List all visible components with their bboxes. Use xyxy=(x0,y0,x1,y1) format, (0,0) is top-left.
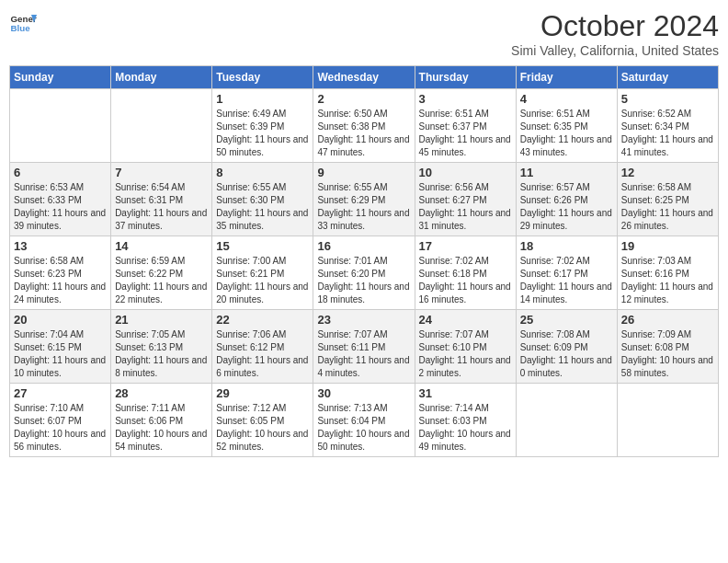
day-cell: 7Sunrise: 6:54 AM Sunset: 6:31 PM Daylig… xyxy=(111,163,212,236)
col-header-tuesday: Tuesday xyxy=(212,66,313,89)
day-cell: 9Sunrise: 6:55 AM Sunset: 6:29 PM Daylig… xyxy=(313,163,415,236)
day-info: Sunrise: 7:05 AM Sunset: 6:13 PM Dayligh… xyxy=(115,328,208,380)
day-number: 21 xyxy=(115,313,208,327)
day-number: 26 xyxy=(621,313,714,327)
day-cell: 18Sunrise: 7:02 AM Sunset: 6:17 PM Dayli… xyxy=(516,236,617,310)
day-cell: 13Sunrise: 6:58 AM Sunset: 6:23 PM Dayli… xyxy=(10,236,111,310)
day-info: Sunrise: 7:09 AM Sunset: 6:08 PM Dayligh… xyxy=(621,328,714,380)
day-info: Sunrise: 7:03 AM Sunset: 6:16 PM Dayligh… xyxy=(621,255,714,306)
week-row-5: 27Sunrise: 7:10 AM Sunset: 6:07 PM Dayli… xyxy=(10,384,719,457)
col-header-friday: Friday xyxy=(516,66,617,89)
col-header-wednesday: Wednesday xyxy=(313,66,415,89)
day-info: Sunrise: 7:01 AM Sunset: 6:20 PM Dayligh… xyxy=(317,255,410,306)
day-info: Sunrise: 7:04 AM Sunset: 6:15 PM Dayligh… xyxy=(14,328,107,380)
day-number: 3 xyxy=(419,92,512,106)
title-block: October 2024 Simi Valley, California, Un… xyxy=(511,9,719,58)
day-info: Sunrise: 6:53 AM Sunset: 6:33 PM Dayligh… xyxy=(14,181,107,233)
day-cell: 17Sunrise: 7:02 AM Sunset: 6:18 PM Dayli… xyxy=(415,236,516,310)
day-info: Sunrise: 6:57 AM Sunset: 6:26 PM Dayligh… xyxy=(520,181,613,233)
col-header-monday: Monday xyxy=(111,66,212,89)
day-number: 13 xyxy=(14,239,107,253)
day-number: 5 xyxy=(621,92,714,106)
day-info: Sunrise: 7:02 AM Sunset: 6:18 PM Dayligh… xyxy=(419,255,512,306)
calendar-table: SundayMondayTuesdayWednesdayThursdayFrid… xyxy=(9,65,719,457)
day-info: Sunrise: 6:59 AM Sunset: 6:22 PM Dayligh… xyxy=(115,255,208,306)
day-cell: 24Sunrise: 7:07 AM Sunset: 6:10 PM Dayli… xyxy=(415,310,516,384)
week-row-1: 1Sunrise: 6:49 AM Sunset: 6:39 PM Daylig… xyxy=(10,89,719,163)
day-cell: 31Sunrise: 7:14 AM Sunset: 6:03 PM Dayli… xyxy=(415,384,516,457)
day-number: 31 xyxy=(419,386,512,400)
day-cell: 12Sunrise: 6:58 AM Sunset: 6:25 PM Dayli… xyxy=(617,163,718,236)
day-number: 12 xyxy=(621,166,714,179)
day-cell: 23Sunrise: 7:07 AM Sunset: 6:11 PM Dayli… xyxy=(313,310,415,384)
day-cell: 25Sunrise: 7:08 AM Sunset: 6:09 PM Dayli… xyxy=(516,310,617,384)
day-info: Sunrise: 6:52 AM Sunset: 6:34 PM Dayligh… xyxy=(621,108,714,159)
day-number: 22 xyxy=(216,313,309,327)
day-number: 9 xyxy=(317,166,410,179)
day-cell: 19Sunrise: 7:03 AM Sunset: 6:16 PM Dayli… xyxy=(617,236,718,310)
logo: General Blue xyxy=(9,9,37,37)
day-info: Sunrise: 6:56 AM Sunset: 6:27 PM Dayligh… xyxy=(419,181,512,233)
day-number: 29 xyxy=(216,386,309,400)
page-header: General Blue October 2024 Simi Valley, C… xyxy=(9,9,719,58)
day-cell: 5Sunrise: 6:52 AM Sunset: 6:34 PM Daylig… xyxy=(617,89,718,163)
day-number: 15 xyxy=(216,239,309,253)
day-info: Sunrise: 7:14 AM Sunset: 6:03 PM Dayligh… xyxy=(419,402,512,454)
day-number: 1 xyxy=(216,92,309,106)
logo-icon: General Blue xyxy=(9,9,37,37)
location: Simi Valley, California, United States xyxy=(511,43,719,58)
day-cell: 21Sunrise: 7:05 AM Sunset: 6:13 PM Dayli… xyxy=(111,310,212,384)
day-info: Sunrise: 7:12 AM Sunset: 6:05 PM Dayligh… xyxy=(216,402,309,454)
col-header-saturday: Saturday xyxy=(617,66,718,89)
day-cell: 14Sunrise: 6:59 AM Sunset: 6:22 PM Dayli… xyxy=(111,236,212,310)
day-number: 30 xyxy=(317,386,410,400)
day-cell: 1Sunrise: 6:49 AM Sunset: 6:39 PM Daylig… xyxy=(212,89,313,163)
day-cell: 27Sunrise: 7:10 AM Sunset: 6:07 PM Dayli… xyxy=(10,384,111,457)
day-number: 19 xyxy=(621,239,714,253)
day-info: Sunrise: 7:06 AM Sunset: 6:12 PM Dayligh… xyxy=(216,328,309,380)
day-cell: 16Sunrise: 7:01 AM Sunset: 6:20 PM Dayli… xyxy=(313,236,415,310)
col-header-sunday: Sunday xyxy=(10,66,111,89)
day-number: 14 xyxy=(115,239,208,253)
week-row-4: 20Sunrise: 7:04 AM Sunset: 6:15 PM Dayli… xyxy=(10,310,719,384)
day-info: Sunrise: 6:55 AM Sunset: 6:29 PM Dayligh… xyxy=(317,181,410,233)
day-info: Sunrise: 7:08 AM Sunset: 6:09 PM Dayligh… xyxy=(520,328,613,380)
day-number: 28 xyxy=(115,386,208,400)
svg-text:Blue: Blue xyxy=(11,23,31,33)
day-number: 7 xyxy=(115,166,208,179)
day-number: 6 xyxy=(14,166,107,179)
day-cell: 8Sunrise: 6:55 AM Sunset: 6:30 PM Daylig… xyxy=(212,163,313,236)
day-number: 4 xyxy=(520,92,613,106)
day-number: 16 xyxy=(317,239,410,253)
day-cell: 10Sunrise: 6:56 AM Sunset: 6:27 PM Dayli… xyxy=(415,163,516,236)
day-number: 23 xyxy=(317,313,410,327)
day-cell xyxy=(617,384,718,457)
day-info: Sunrise: 6:54 AM Sunset: 6:31 PM Dayligh… xyxy=(115,181,208,233)
day-info: Sunrise: 7:07 AM Sunset: 6:10 PM Dayligh… xyxy=(419,328,512,380)
day-info: Sunrise: 7:00 AM Sunset: 6:21 PM Dayligh… xyxy=(216,255,309,306)
month-title: October 2024 xyxy=(511,9,719,43)
day-cell xyxy=(10,89,111,163)
day-number: 8 xyxy=(216,166,309,179)
week-row-2: 6Sunrise: 6:53 AM Sunset: 6:33 PM Daylig… xyxy=(10,163,719,236)
day-info: Sunrise: 7:11 AM Sunset: 6:06 PM Dayligh… xyxy=(115,402,208,454)
day-cell: 30Sunrise: 7:13 AM Sunset: 6:04 PM Dayli… xyxy=(313,384,415,457)
day-number: 20 xyxy=(14,313,107,327)
day-cell xyxy=(516,384,617,457)
day-number: 2 xyxy=(317,92,410,106)
day-cell: 26Sunrise: 7:09 AM Sunset: 6:08 PM Dayli… xyxy=(617,310,718,384)
day-cell: 6Sunrise: 6:53 AM Sunset: 6:33 PM Daylig… xyxy=(10,163,111,236)
day-cell: 4Sunrise: 6:51 AM Sunset: 6:35 PM Daylig… xyxy=(516,89,617,163)
day-info: Sunrise: 6:50 AM Sunset: 6:38 PM Dayligh… xyxy=(317,108,410,159)
day-cell: 2Sunrise: 6:50 AM Sunset: 6:38 PM Daylig… xyxy=(313,89,415,163)
day-info: Sunrise: 6:58 AM Sunset: 6:25 PM Dayligh… xyxy=(621,181,714,233)
day-info: Sunrise: 6:58 AM Sunset: 6:23 PM Dayligh… xyxy=(14,255,107,306)
day-cell: 11Sunrise: 6:57 AM Sunset: 6:26 PM Dayli… xyxy=(516,163,617,236)
day-cell: 15Sunrise: 7:00 AM Sunset: 6:21 PM Dayli… xyxy=(212,236,313,310)
day-number: 24 xyxy=(419,313,512,327)
day-info: Sunrise: 6:51 AM Sunset: 6:37 PM Dayligh… xyxy=(419,108,512,159)
day-number: 18 xyxy=(520,239,613,253)
day-cell xyxy=(111,89,212,163)
day-cell: 3Sunrise: 6:51 AM Sunset: 6:37 PM Daylig… xyxy=(415,89,516,163)
day-number: 25 xyxy=(520,313,613,327)
